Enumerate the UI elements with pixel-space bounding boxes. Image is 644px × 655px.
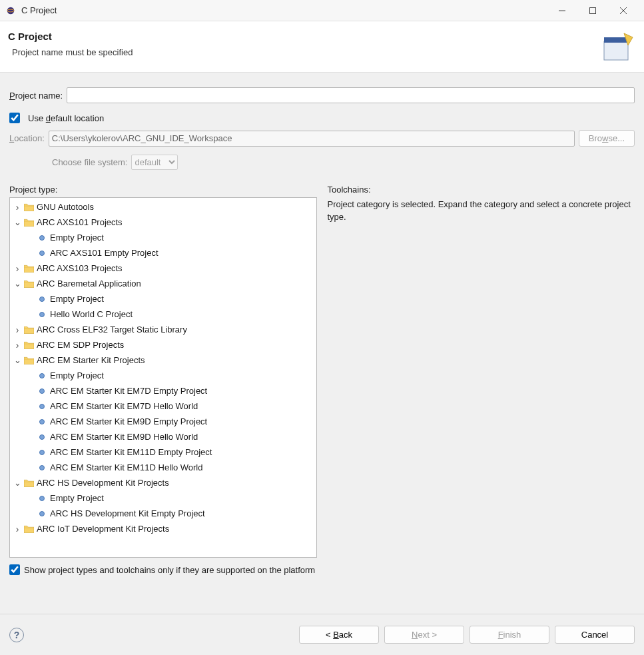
project-type-column: Project type: ›GNU Autotools⌄ARC AXS101 …	[9, 185, 317, 558]
tree-folder[interactable]: ⌄ARC Baremetal Application	[10, 276, 316, 291]
folder-icon	[23, 263, 34, 274]
tree-item[interactable]: Empty Project	[10, 490, 316, 506]
tree-item[interactable]: Empty Project	[10, 368, 316, 383]
tree-item-label: ARC EM Starter Kit EM7D Empty Project	[50, 386, 207, 396]
tree-item-label: Empty Project	[50, 233, 104, 243]
tree-item-label: GNU Autotools	[37, 202, 94, 212]
svg-rect-7	[604, 37, 628, 43]
chevron-down-icon[interactable]: ⌄	[13, 355, 22, 365]
project-name-row: Project name:	[9, 87, 635, 103]
window-title: C Project	[21, 5, 57, 15]
filter-checkbox[interactable]	[9, 564, 20, 575]
tree-item-label: ARC HS Development Kit Empty Project	[50, 508, 205, 518]
project-template-icon	[37, 294, 47, 305]
project-name-label: Project name:	[9, 91, 63, 101]
location-label: Location:	[9, 133, 45, 143]
folder-icon	[23, 279, 34, 289]
project-template-icon	[37, 401, 47, 412]
tree-item[interactable]: ARC EM Starter Kit EM9D Hello World	[10, 429, 316, 444]
chevron-right-icon[interactable]: ›	[13, 325, 22, 335]
close-button[interactable]	[608, 0, 639, 21]
location-input	[49, 131, 575, 147]
project-template-icon	[37, 233, 47, 243]
use-default-label: Use default location	[28, 113, 104, 123]
tree-folder[interactable]: ›GNU Autotools	[10, 199, 316, 215]
tree-item[interactable]: Empty Project	[10, 230, 316, 245]
browse-button[interactable]: Browse...	[579, 130, 635, 147]
tree-item-label: ARC EM Starter Kit EM11D Hello World	[50, 462, 203, 472]
tree-item-label: ARC AXS101 Projects	[37, 217, 123, 227]
chevron-right-icon[interactable]: ›	[13, 202, 22, 213]
maximize-button[interactable]	[577, 0, 608, 21]
folder-icon	[23, 325, 34, 335]
titlebar: C Project	[0, 0, 644, 21]
tree-item[interactable]: Empty Project	[10, 291, 316, 307]
project-template-icon	[37, 508, 47, 519]
tree-item-label: Empty Project	[50, 370, 104, 380]
finish-button[interactable]: Finish	[470, 626, 549, 644]
tree-folder[interactable]: ⌄ARC AXS101 Projects	[10, 215, 316, 230]
tree-folder[interactable]: ›ARC AXS103 Projects	[10, 261, 316, 276]
tree-item[interactable]: ARC HS Development Kit Empty Project	[10, 506, 316, 521]
svg-rect-3	[590, 7, 596, 13]
tree-item-label: ARC AXS103 Projects	[37, 263, 123, 273]
wizard-banner-icon	[601, 31, 633, 63]
tree-item[interactable]: Hello World C Project	[10, 307, 316, 322]
tree-item-label: Empty Project	[50, 294, 104, 304]
tree-item-label: Empty Project	[50, 493, 104, 503]
svg-point-0	[7, 7, 15, 14]
filesystem-select: default	[131, 155, 178, 170]
folder-icon	[23, 340, 34, 350]
chevron-down-icon[interactable]: ⌄	[13, 217, 22, 227]
project-template-icon	[37, 416, 47, 427]
project-template-icon	[37, 386, 47, 396]
tree-folder[interactable]: ›ARC EM SDP Projects	[10, 337, 316, 352]
help-icon[interactable]: ?	[9, 628, 24, 642]
chevron-right-icon[interactable]: ›	[13, 340, 22, 350]
project-template-icon	[37, 447, 47, 458]
project-template-icon	[37, 432, 47, 442]
tree-item[interactable]: ARC EM Starter Kit EM11D Empty Project	[10, 444, 316, 460]
tree-item-label: ARC HS Development Kit Projects	[37, 478, 169, 488]
tree-item-label: ARC Cross ELF32 Target Static Library	[37, 325, 187, 334]
folder-icon	[23, 202, 34, 213]
tree-item-label: ARC EM SDP Projects	[37, 340, 124, 350]
project-name-input[interactable]	[67, 87, 635, 103]
filesystem-label: Choose file system:	[52, 157, 127, 167]
filter-row: Show project types and toolchains only i…	[9, 564, 635, 575]
project-type-label: Project type:	[9, 185, 317, 195]
next-button[interactable]: Next >	[384, 626, 464, 644]
project-template-icon	[37, 248, 47, 259]
tree-item[interactable]: ARC AXS101 Empty Project	[10, 245, 316, 261]
project-type-tree[interactable]: ›GNU Autotools⌄ARC AXS101 ProjectsEmpty …	[9, 197, 317, 558]
svg-rect-6	[604, 41, 628, 60]
wizard-content: Project name: Use default location Locat…	[0, 73, 644, 614]
filter-label: Show project types and toolchains only i…	[24, 565, 315, 575]
tree-folder[interactable]: ›ARC IoT Development Kit Projects	[10, 521, 316, 536]
chevron-right-icon[interactable]: ›	[13, 263, 22, 274]
tree-folder[interactable]: ⌄ARC HS Development Kit Projects	[10, 475, 316, 490]
tree-folder[interactable]: ›ARC Cross ELF32 Target Static Library	[10, 322, 316, 337]
minimize-button[interactable]	[547, 0, 577, 21]
tree-item-label: ARC EM Starter Kit EM9D Empty Project	[50, 416, 207, 426]
tree-item[interactable]: ARC EM Starter Kit EM9D Empty Project	[10, 414, 316, 429]
use-default-checkbox[interactable]	[9, 113, 20, 123]
use-default-row: Use default location	[9, 113, 635, 123]
folder-icon	[23, 524, 34, 534]
type-toolchain-split: Project type: ›GNU Autotools⌄ARC AXS101 …	[9, 185, 635, 558]
tree-item[interactable]: ARC EM Starter Kit EM7D Hello World	[10, 398, 316, 414]
chevron-down-icon[interactable]: ⌄	[13, 279, 22, 289]
tree-folder[interactable]: ⌄ARC EM Starter Kit Projects	[10, 352, 316, 368]
chevron-down-icon[interactable]: ⌄	[13, 478, 22, 488]
tree-item-label: Hello World C Project	[50, 309, 133, 319]
back-button[interactable]: < Back	[299, 626, 379, 644]
tree-item[interactable]: ARC EM Starter Kit EM7D Empty Project	[10, 383, 316, 398]
wizard-window: C Project C Project Project name must be…	[0, 0, 644, 655]
chevron-right-icon[interactable]: ›	[13, 524, 22, 534]
cancel-button[interactable]: Cancel	[555, 626, 635, 644]
wizard-header: C Project Project name must be specified	[0, 21, 644, 73]
folder-icon	[23, 355, 34, 366]
wizard-footer: ? < Back Next > Finish Cancel	[0, 614, 644, 655]
tree-item[interactable]: ARC EM Starter Kit EM11D Hello World	[10, 460, 316, 475]
tree-item-label: ARC EM Starter Kit Projects	[37, 355, 145, 365]
